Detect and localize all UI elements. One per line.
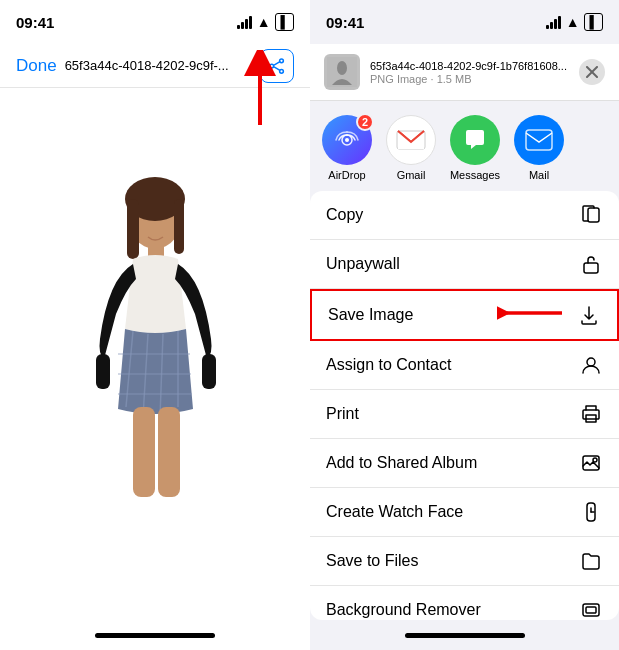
file-info-text: 65f3a44c-4018-4202-9c9f-1b76f81608... PN… [370,60,569,85]
bar2 [241,22,244,29]
left-status-bar: 09:41 ▲ ▌ [0,0,310,44]
thumb-image [327,57,357,87]
action-print[interactable]: Print [310,390,619,439]
rbar1 [546,25,549,29]
battery-icon: ▌ [275,13,294,31]
right-bottom-bar [310,620,619,650]
mail-icon [525,129,553,151]
svg-rect-7 [174,199,184,254]
action-unpaywall[interactable]: Unpaywall [310,240,619,289]
airdrop-icon-circle: 2 [322,115,372,165]
svg-rect-19 [96,354,110,389]
mail-label: Mail [529,169,549,181]
airdrop-label: AirDrop [328,169,365,181]
save-image-label: Save Image [328,306,413,324]
unpaywall-label: Unpaywall [326,255,400,273]
print-label: Print [326,405,359,423]
right-panel: 09:41 ▲ ▌ 65f3a44c-4018-4202-9 [310,0,619,650]
svg-rect-18 [158,407,180,497]
red-arrow-left [230,50,290,130]
rbar4 [558,16,561,29]
left-status-icons: ▲ ▌ [237,13,294,31]
file-info-row: 65f3a44c-4018-4202-9c9f-1b76f81608... PN… [310,44,619,101]
app-item-gmail[interactable]: Gmail [382,115,440,181]
rbar3 [554,19,557,29]
action-copy[interactable]: Copy [310,191,619,240]
action-save-to-files[interactable]: Save to Files [310,537,619,586]
mail-icon-circle [514,115,564,165]
app-item-messages[interactable]: Messages [446,115,504,181]
save-to-files-icon [579,549,603,573]
svg-rect-28 [526,130,552,150]
right-wifi-icon: ▲ [566,14,580,30]
airdrop-badge: 2 [356,113,374,131]
action-list: Copy Unpaywall [310,191,619,620]
messages-label: Messages [450,169,500,181]
close-button[interactable] [579,59,605,85]
file-name: 65f3a44c-4018-4202-9c9f-1b76f81608... [370,60,569,72]
person-figure [78,169,233,539]
right-home-indicator [405,633,525,638]
svg-point-26 [345,138,349,142]
left-status-time: 09:41 [16,14,54,31]
arrow-left-overlay [230,50,290,134]
file-thumbnail [324,54,360,90]
left-bottom-bar [0,620,310,650]
action-background-remover[interactable]: Background Remover [310,586,619,620]
svg-rect-17 [133,407,155,497]
right-signal-bars [546,16,561,29]
signal-bars [237,16,252,29]
create-watch-face-icon [579,500,603,524]
svg-point-22 [337,61,347,75]
assign-contact-icon [579,353,603,377]
action-add-shared-album[interactable]: Add to Shared Album [310,439,619,488]
save-to-files-label: Save to Files [326,552,418,570]
right-battery-icon: ▌ [584,13,603,31]
app-item-mail[interactable]: Mail [510,115,568,181]
gmail-label: Gmail [397,169,426,181]
rbar2 [550,22,553,29]
gmail-icon-circle [386,115,436,165]
left-file-title: 65f3a44c-4018-4202-9c9f-... [65,58,252,73]
save-image-arrow [497,298,567,332]
copy-icon [579,203,603,227]
done-button[interactable]: Done [16,56,57,76]
wifi-icon: ▲ [257,14,271,30]
assign-contact-label: Assign to Contact [326,356,451,374]
action-save-image[interactable]: Save Image [310,289,619,341]
right-panel-content: 65f3a44c-4018-4202-9c9f-1b76f81608... PN… [310,44,619,620]
create-watch-face-label: Create Watch Face [326,503,463,521]
background-remover-icon [579,598,603,620]
home-indicator [95,633,215,638]
right-status-bar: 09:41 ▲ ▌ [310,0,619,44]
background-remover-label: Background Remover [326,601,481,619]
app-item-airdrop[interactable]: 2 AirDrop [318,115,376,181]
close-icon [586,66,598,78]
bar4 [249,16,252,29]
svg-rect-30 [584,263,598,273]
file-meta: PNG Image · 1.5 MB [370,73,569,85]
svg-point-35 [593,458,597,462]
left-image-area [0,88,310,620]
right-status-icons: ▲ ▌ [546,13,603,31]
action-create-watch-face[interactable]: Create Watch Face [310,488,619,537]
copy-label: Copy [326,206,363,224]
save-image-icon [577,303,601,327]
add-shared-album-icon [579,451,603,475]
svg-rect-40 [586,607,596,613]
left-panel: 09:41 ▲ ▌ Done 65f3a44c-4018-4202-9c9f-.… [0,0,310,650]
bar1 [237,25,240,29]
gmail-icon [396,129,426,151]
svg-rect-29 [588,208,599,222]
right-status-time: 09:41 [326,14,364,31]
bar3 [245,19,248,29]
messages-icon [461,126,489,154]
add-shared-album-label: Add to Shared Album [326,454,477,472]
svg-rect-20 [202,354,216,389]
action-assign-contact[interactable]: Assign to Contact [310,341,619,390]
svg-rect-6 [127,199,139,259]
print-icon [579,402,603,426]
svg-point-32 [587,358,595,366]
unpaywall-icon [579,252,603,276]
share-apps-row: 2 AirDrop Gmail [310,101,619,191]
